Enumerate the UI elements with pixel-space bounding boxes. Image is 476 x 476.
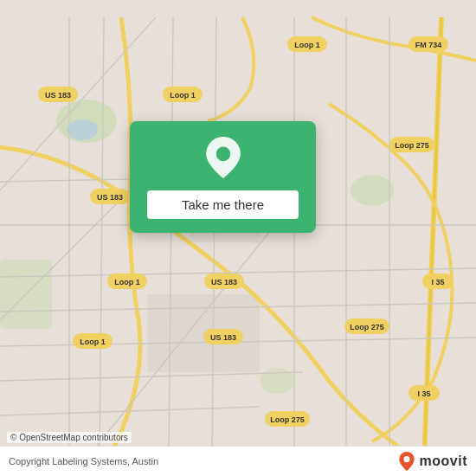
osm-attribution: © OpenStreetMap contributors — [7, 432, 132, 443]
moovit-brand-text: moovit — [420, 453, 467, 469]
svg-text:Loop 275: Loop 275 — [395, 141, 429, 150]
svg-text:Loop 275: Loop 275 — [350, 323, 384, 331]
svg-point-56 — [403, 456, 409, 462]
svg-text:US 183: US 183 — [210, 333, 236, 342]
svg-rect-6 — [147, 294, 260, 372]
svg-point-5 — [67, 119, 98, 140]
location-card: Take me there — [130, 121, 316, 233]
svg-text:US 183: US 183 — [97, 193, 123, 202]
location-pin-icon — [203, 137, 244, 178]
svg-text:FM 734: FM 734 — [415, 41, 442, 49]
svg-text:Loop 1: Loop 1 — [170, 91, 196, 100]
svg-text:Loop 275: Loop 275 — [270, 415, 305, 424]
footer-bar: Copyright Labeling Systems, Austin moovi… — [0, 446, 476, 476]
moovit-logo: moovit — [397, 452, 467, 471]
moovit-pin-icon — [397, 452, 416, 471]
map-container: Loop 1 FM 734 US 183 Loop 1 Loop 275 US … — [0, 0, 476, 476]
svg-text:Loop 1: Loop 1 — [294, 41, 320, 49]
take-me-there-button[interactable]: Take me there — [147, 190, 299, 219]
svg-point-55 — [215, 147, 230, 162]
map-roads: Loop 1 FM 734 US 183 Loop 1 Loop 275 US … — [0, 0, 476, 476]
svg-text:Loop 1: Loop 1 — [80, 338, 106, 346]
svg-point-2 — [351, 175, 394, 206]
svg-text:Loop 1: Loop 1 — [114, 278, 140, 286]
copyright-text: Copyright Labeling Systems, Austin — [9, 456, 158, 466]
svg-text:US 183: US 183 — [211, 278, 237, 286]
svg-text:I 35: I 35 — [417, 389, 430, 398]
svg-text:US 183: US 183 — [45, 91, 71, 100]
svg-text:I 35: I 35 — [431, 278, 444, 286]
svg-point-4 — [260, 368, 294, 394]
